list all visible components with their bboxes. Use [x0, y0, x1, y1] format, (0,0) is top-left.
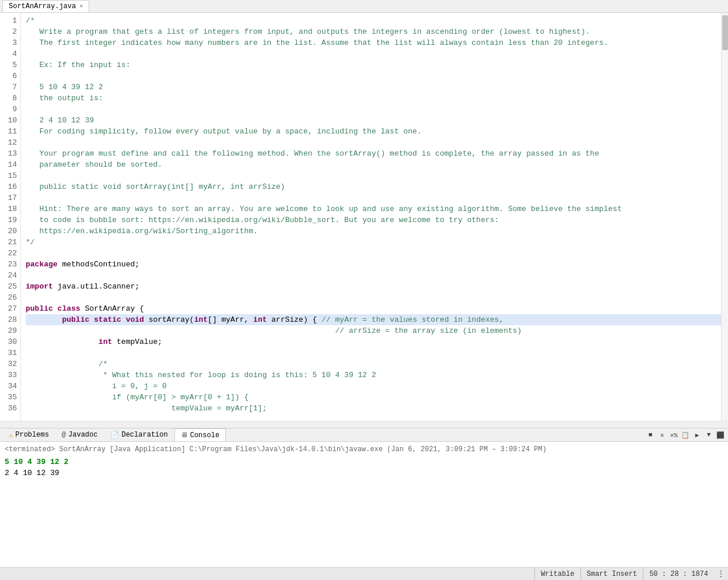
console-action-0[interactable]: ■	[645, 430, 656, 440]
code-line: public class SortAnArray {	[26, 303, 723, 314]
code-line: 5 10 4 39 12 2	[26, 82, 723, 93]
console-action-1[interactable]: ✕	[657, 430, 667, 440]
console-action-5[interactable]: ▼	[704, 430, 714, 440]
code-line: 2 4 10 12 39	[26, 115, 723, 126]
bottom-tab-declaration[interactable]: 📄 Declaration	[104, 428, 174, 441]
scroll-track	[0, 422, 728, 428]
scroll-thumb[interactable]	[722, 15, 728, 50]
code-line: import java.util.Scanner;	[26, 281, 723, 292]
code-line: /*	[26, 358, 723, 370]
tab-bar: SortAnArray.java ×	[0, 0, 728, 13]
line-number: 27	[4, 303, 17, 314]
console-action-2[interactable]: ✕%	[668, 430, 679, 440]
line-number: 21	[4, 237, 17, 248]
editor-area: 1234567891011121314151617181920212223242…	[0, 13, 728, 421]
cursor-position-status: 50 : 28 : 1874	[643, 568, 714, 580]
console-toolbar: ■✕✕%📋▶▼⬛	[645, 430, 728, 440]
line-number: 4	[4, 48, 17, 59]
bottom-tab-console[interactable]: 🖥 Console	[174, 428, 226, 441]
code-line	[26, 248, 723, 259]
code-line: * What this nested for loop is doing is …	[26, 370, 723, 381]
tab-close-button[interactable]: ×	[79, 3, 83, 10]
code-line: // arrSize = the array size (in elements…	[26, 325, 723, 336]
bottom-tab-javadoc[interactable]: @ Javadoc	[55, 428, 104, 441]
line-number: 35	[4, 392, 17, 403]
line-number: 32	[4, 358, 17, 370]
line-number: 17	[4, 192, 17, 203]
line-number: 20	[4, 226, 17, 237]
console-action-4[interactable]: ▶	[692, 430, 702, 440]
line-number: 30	[4, 336, 17, 347]
line-number: 11	[4, 126, 17, 137]
code-line: tempValue = myArr[1];	[26, 403, 723, 414]
code-line	[26, 347, 723, 358]
code-line: parameter should be sorted.	[26, 159, 723, 170]
line-number: 9	[4, 104, 17, 115]
code-line	[26, 270, 723, 281]
code-line: /*	[26, 15, 723, 26]
line-number: 34	[4, 381, 17, 392]
code-line: public static void sortArray(int[] myArr…	[26, 181, 723, 192]
console-panel: <terminated> SortAnArray [Java Applicati…	[0, 442, 728, 570]
line-number: 7	[4, 82, 17, 93]
writable-status: Writable	[534, 568, 580, 580]
code-line: For coding simplicity, follow every outp…	[26, 126, 723, 137]
line-number: 12	[4, 137, 17, 148]
status-bar: Writable Smart Insert 50 : 28 : 1874 ⋮	[0, 567, 728, 580]
console-output-line2: 2 4 10 12 39	[5, 467, 723, 479]
status-bar-menu[interactable]: ⋮	[714, 570, 728, 578]
editor-tab[interactable]: SortAnArray.java ×	[2, 0, 89, 12]
console-output-line1: 5 10 4 39 12 2	[5, 456, 723, 467]
line-number: 19	[4, 215, 17, 226]
line-number: 10	[4, 115, 17, 126]
line-number: 36	[4, 403, 17, 414]
code-line	[26, 292, 723, 303]
console-terminated-label: <terminated> SortAnArray [Java Applicati…	[5, 444, 723, 455]
code-line: the output is:	[26, 93, 723, 104]
code-line: if (myArr[0] > myArr[0 + 1]) {	[26, 392, 723, 403]
code-line: i = 0, j = 0	[26, 381, 723, 392]
line-number: 15	[4, 170, 17, 181]
line-number: 31	[4, 347, 17, 358]
code-line: public static void sortArray(int[] myArr…	[26, 314, 723, 325]
console-action-3[interactable]: 📋	[680, 430, 691, 440]
code-line: Ex: If the input is:	[26, 59, 723, 71]
line-number: 2	[4, 26, 17, 37]
line-number: 5	[4, 59, 17, 71]
line-number: 8	[4, 93, 17, 104]
line-number: 24	[4, 270, 17, 281]
line-number: 22	[4, 248, 17, 259]
line-number: 25	[4, 281, 17, 292]
horizontal-scrollbar[interactable]	[0, 421, 728, 428]
line-number: 23	[4, 259, 17, 270]
code-line: package methodsContinued;	[26, 259, 723, 270]
tab-label: SortAnArray.java	[9, 2, 76, 10]
line-number: 26	[4, 292, 17, 303]
code-content[interactable]: /* Write a program that gets a list of i…	[21, 13, 728, 421]
code-line: The first integer indicates how many num…	[26, 37, 723, 48]
code-line: Your program must define and call the fo…	[26, 148, 723, 159]
line-number: 33	[4, 370, 17, 381]
smart-insert-status: Smart Insert	[580, 568, 643, 580]
line-number: 6	[4, 71, 17, 82]
console-action-6[interactable]: ⬛	[715, 430, 726, 440]
line-number: 3	[4, 37, 17, 48]
vertical-scrollbar[interactable]	[721, 13, 728, 421]
line-numbers: 1234567891011121314151617181920212223242…	[0, 13, 21, 421]
bottom-tab-bar: ⚠ Problems@ Javadoc📄 Declaration🖥 Consol…	[0, 428, 728, 442]
line-number: 13	[4, 148, 17, 159]
code-line	[26, 192, 723, 203]
code-line: https://en.wikipedia.org/wiki/Sorting_al…	[26, 226, 723, 237]
code-line: int tempValue;	[26, 336, 723, 347]
line-number: 28	[4, 314, 17, 325]
code-line	[26, 48, 723, 59]
line-number: 1	[4, 15, 17, 26]
code-line	[26, 71, 723, 82]
bottom-tab-problems[interactable]: ⚠ Problems	[2, 428, 55, 441]
code-line	[26, 137, 723, 148]
code-line: to code is bubble sort: https://en.wikip…	[26, 215, 723, 226]
code-line	[26, 104, 723, 115]
code-line: */	[26, 237, 723, 248]
line-number: 29	[4, 325, 17, 336]
line-number: 16	[4, 181, 17, 192]
